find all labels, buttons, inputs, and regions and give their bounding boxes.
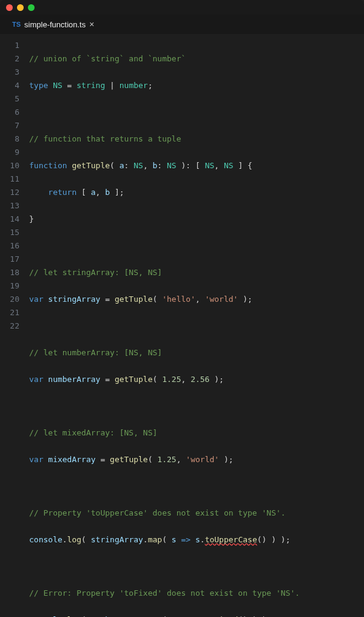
close-window-button[interactable]: [6, 4, 13, 11]
minimize-window-button[interactable]: [17, 4, 24, 11]
code-editor[interactable]: 12345678910111213141516171819202122 // u…: [0, 34, 364, 617]
maximize-window-button[interactable]: [28, 4, 35, 11]
code-content[interactable]: // union of `string` and `number` type N…: [29, 39, 364, 617]
file-tab[interactable]: TS simple-function.ts ×: [6, 15, 100, 34]
error-squiggle[interactable]: toUpperCase: [205, 535, 257, 544]
tabbar: TS simple-function.ts ×: [0, 15, 364, 34]
close-tab-icon[interactable]: ×: [89, 19, 94, 29]
line-gutter: 12345678910111213141516171819202122: [0, 39, 29, 617]
typescript-icon: TS: [12, 21, 21, 28]
titlebar: [0, 0, 364, 15]
tab-filename: simple-function.ts: [24, 20, 86, 29]
